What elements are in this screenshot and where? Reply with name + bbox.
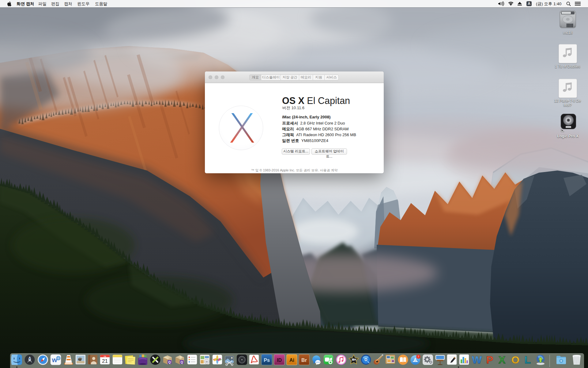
svg-text:2월: 2월 — [104, 355, 106, 357]
svg-text:Ai: Ai — [289, 358, 294, 363]
svg-text:3D: 3D — [205, 361, 208, 363]
svg-text:L: L — [525, 354, 531, 366]
svg-text:Ps: Ps — [264, 358, 270, 363]
svg-text:Q: Q — [181, 361, 183, 364]
svg-text:Q: Q — [168, 361, 171, 364]
svg-text:ID: ID — [277, 358, 282, 363]
svg-text:X: X — [499, 354, 506, 366]
svg-text:21: 21 — [102, 358, 108, 364]
svg-text:7: 7 — [417, 355, 419, 358]
svg-text:P: P — [486, 354, 493, 366]
svg-text:O: O — [511, 354, 519, 366]
svg-text:W: W — [472, 354, 482, 366]
svg-text:Br: Br — [301, 358, 307, 363]
